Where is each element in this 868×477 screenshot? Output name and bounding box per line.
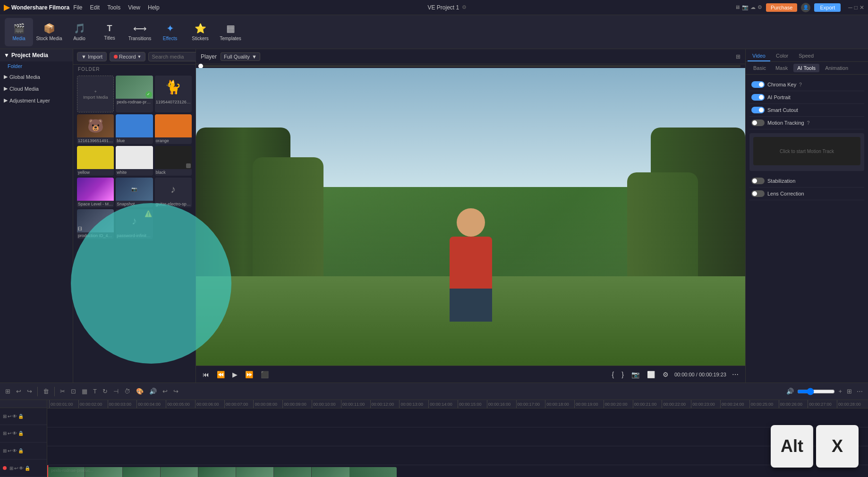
media-item-guitar[interactable]: ♪ guitar-electro-sport-tr... [155, 178, 192, 207]
tl-undo2-btn[interactable]: ↩ [161, 387, 169, 396]
menu-view[interactable]: View [128, 4, 140, 11]
tl-text-btn[interactable]: T [92, 387, 98, 396]
quality-select[interactable]: Full Quality ▼ [221, 52, 260, 61]
step-back-button[interactable]: ⏪ [215, 370, 227, 379]
project-media-header[interactable]: ▼ Project Media [0, 49, 73, 61]
track-3-icon3[interactable]: 👁 [12, 448, 17, 453]
toolbar-stock-media[interactable]: 📦 Stock Media [35, 18, 63, 46]
media-item-space[interactable]: Space Level - Made w... [77, 178, 114, 207]
tl-more-btn[interactable]: ⋯ [855, 387, 864, 396]
media-item-blue[interactable]: blue [116, 114, 153, 144]
track-1-icon3[interactable]: 👁 [12, 414, 17, 419]
folder-item[interactable]: Folder [0, 61, 73, 71]
tab-speed[interactable]: Speed [794, 51, 818, 61]
play-button[interactable]: ▶ [230, 370, 239, 379]
skip-back-button[interactable]: ⏮ [201, 370, 211, 379]
subtab-animation[interactable]: Animation [821, 64, 852, 72]
import-media-btn[interactable]: + Import Media [77, 76, 114, 112]
subtab-basic[interactable]: Basic [749, 64, 770, 72]
import-media-item[interactable]: + Import Media [77, 76, 114, 112]
track-1-icon4[interactable]: 🔒 [18, 414, 24, 419]
cloud-media-section[interactable]: ▶ Cloud Media [0, 83, 73, 94]
tl-layout-btn[interactable]: ⊞ [845, 387, 853, 396]
tl-add-track-btn[interactable]: ⊞ [4, 387, 12, 396]
track-4-icon4[interactable]: 🔒 [25, 466, 30, 471]
mark-out-button[interactable]: } [620, 370, 626, 379]
track-row-4[interactable]: pexls-rodnae-produc... [47, 465, 868, 477]
media-item-road[interactable]: 🎞 production ID_4588686 [77, 209, 114, 239]
media-item-bear[interactable]: 🐻 121613965149123274... [77, 114, 114, 144]
ai-portrait-toggle[interactable] [751, 94, 765, 101]
chroma-key-toggle[interactable] [751, 81, 765, 88]
global-media-section[interactable]: ▶ Global Media [0, 71, 73, 83]
scrubber-bar[interactable] [196, 64, 745, 68]
toolbar-titles[interactable]: T Titles [95, 18, 124, 46]
minimize-btn[interactable]: ─ [848, 4, 852, 11]
media-item-video[interactable]: ✓ pexls-rodnae-produc... [116, 76, 153, 112]
track-4-icon2[interactable]: ↩ [14, 466, 18, 471]
track-row-1[interactable] [47, 409, 868, 427]
tl-redo-btn[interactable]: ↪ [26, 387, 34, 396]
chroma-key-help[interactable]: ? [799, 82, 802, 87]
track-2-icon3[interactable]: 👁 [12, 431, 17, 436]
motion-tracking-toggle[interactable] [751, 119, 765, 126]
tab-color[interactable]: Color [771, 51, 793, 61]
track-2-icon4[interactable]: 🔒 [18, 431, 24, 436]
media-item-password[interactable]: ⚠️ ♪ password-infinity-123... [116, 209, 153, 239]
timeline-tracks[interactable]: 00:00:01:0000:00:02:0000:00:03:0000:00:0… [47, 400, 868, 477]
tl-speed-btn[interactable]: ⏱ [123, 387, 132, 396]
fullscreen-button[interactable]: ⬜ [645, 370, 657, 379]
step-forward-button[interactable]: ⏩ [243, 370, 255, 379]
user-avatar[interactable]: 👤 [801, 3, 810, 12]
tl-mirror-btn[interactable]: ⊣ [112, 387, 120, 396]
track-3-icon1[interactable]: ⊞ [3, 448, 7, 453]
toolbar-audio[interactable]: 🎵 Audio [65, 18, 94, 46]
track-4-icon1[interactable]: ⊞ [9, 466, 13, 471]
track-1-icon2[interactable]: ↩ [8, 414, 11, 419]
track-3-icon2[interactable]: ↩ [8, 448, 11, 453]
adjustment-layer-section[interactable]: ▶ Adjustment Layer [0, 94, 73, 106]
tl-crop-btn[interactable]: ⊡ [69, 387, 77, 396]
track-2-icon2[interactable]: ↩ [8, 431, 11, 436]
mark-in-button[interactable]: { [610, 370, 616, 379]
menu-help[interactable]: Help [148, 4, 160, 11]
tl-delete-btn[interactable]: 🗑 [42, 387, 51, 396]
media-item-white[interactable]: white [116, 146, 153, 176]
tab-video[interactable]: Video [748, 51, 770, 61]
preview-settings-icon[interactable]: ⊞ [736, 53, 740, 60]
toolbar-effects[interactable]: ✦ Effects [156, 18, 184, 46]
snapshot-button[interactable]: 📷 [630, 370, 641, 379]
track-row-3[interactable] [47, 446, 868, 465]
track-area[interactable]: Click to start Motion Track [753, 137, 860, 165]
track-2-icon1[interactable]: ⊞ [3, 431, 7, 436]
media-item-snapshot[interactable]: 📷 Snapshot [116, 178, 153, 207]
tl-zoom-slider[interactable] [797, 388, 835, 395]
titlebar-icon-4[interactable]: ⚙ [757, 4, 762, 10]
smart-cutout-toggle[interactable] [751, 107, 765, 113]
tl-color-btn[interactable]: 🎨 [135, 387, 145, 396]
motion-tracking-help[interactable]: ? [807, 120, 810, 126]
export-button[interactable]: Export [814, 3, 841, 12]
tl-zoom-out-btn[interactable]: 🔊 [785, 387, 795, 396]
track-4-icon3[interactable]: 👁 [19, 466, 24, 471]
maximize-btn[interactable]: □ [854, 4, 858, 11]
close-btn[interactable]: ✕ [859, 4, 864, 11]
toolbar-media[interactable]: 🎬 Media [5, 18, 33, 46]
video-clip[interactable]: pexls-rodnae-produc... [47, 467, 397, 477]
toolbar-transitions[interactable]: ⟷ Transitions [126, 18, 154, 46]
subtab-mask[interactable]: Mask [772, 64, 791, 72]
import-button[interactable]: ▼ Import [77, 52, 107, 61]
tl-redo2-btn[interactable]: ↪ [172, 387, 180, 396]
purchase-button[interactable]: Purchase [766, 3, 797, 12]
media-item-black[interactable]: black [155, 146, 192, 176]
track-3-icon4[interactable]: 🔒 [18, 448, 24, 453]
stabilization-toggle[interactable] [751, 178, 765, 184]
more-ctrl-btn[interactable]: ⋯ [730, 370, 740, 379]
track-1-icon1[interactable]: ⊞ [3, 414, 7, 419]
titlebar-icon-3[interactable]: ☁ [750, 4, 756, 10]
progress-bar[interactable] [201, 65, 740, 67]
menu-edit[interactable]: Edit [90, 4, 100, 11]
record-button[interactable]: Record ▼ [110, 52, 145, 61]
titlebar-icon-1[interactable]: 🖥 [735, 4, 740, 10]
track-row-2[interactable] [47, 427, 868, 446]
